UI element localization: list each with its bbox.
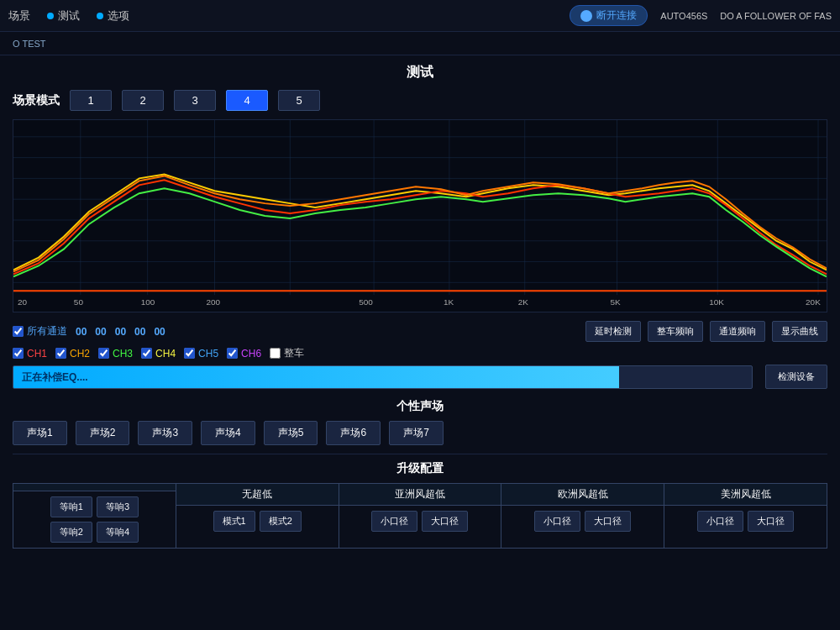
svg-rect-0 (13, 120, 827, 312)
asia-large-btn[interactable]: 大口径 (422, 511, 468, 532)
europe-large-btn[interactable]: 大口径 (585, 511, 631, 532)
america-small-btn[interactable]: 小口径 (697, 511, 743, 532)
sound-buttons: 声场1 声场2 声场3 声场4 声场5 声场6 声场7 (13, 421, 827, 445)
ch3-checkbox[interactable] (98, 348, 109, 359)
sub-nav: O TEST (0, 32, 840, 55)
eq-btn-4[interactable]: 等响4 (97, 522, 139, 543)
ch6-check[interactable]: CH6 (227, 348, 261, 360)
scene-mode-2[interactable]: 2 (122, 90, 164, 111)
sound-btn-4[interactable]: 声场4 (201, 421, 255, 445)
upgrade-col-europe-bass: 欧洲风超低 小口径 大口径 (501, 484, 664, 548)
whole-freq-btn[interactable]: 整车频响 (648, 321, 703, 342)
nav-test[interactable]: 测试 (47, 8, 80, 24)
ch1-check[interactable]: CH1 (13, 348, 47, 360)
sound-btn-6[interactable]: 声场6 (326, 421, 381, 445)
delay-detect-btn[interactable]: 延时检测 (585, 321, 641, 342)
upgrade-col-america-bass-btns: 小口径 大口径 (664, 506, 827, 537)
scene-mode-3[interactable]: 3 (174, 90, 216, 111)
chart-svg: 20 50 100 200 500 1K 2K 5K 10K 20K (13, 120, 827, 312)
detect-device-btn[interactable]: 检测设备 (765, 365, 827, 389)
nav-options[interactable]: 选项 (97, 8, 129, 24)
ch2-check[interactable]: CH2 (55, 348, 90, 360)
ch5-label: CH5 (198, 348, 218, 360)
sound-btn-7[interactable]: 声场7 (389, 421, 444, 445)
main-content: 测试 场景模式 1 2 3 4 5 (0, 55, 840, 557)
ch5-check[interactable]: CH5 (184, 348, 218, 360)
upgrade-col-asia-bass: 亚洲风超低 小口径 大口径 (339, 484, 502, 548)
svg-text:50: 50 (74, 297, 84, 307)
personality-section: 个性声场 声场1 声场2 声场3 声场4 声场5 声场6 声场7 (13, 399, 827, 445)
connect-icon (580, 10, 592, 22)
svg-text:500: 500 (359, 297, 373, 307)
ch3-check[interactable]: CH3 (98, 348, 133, 360)
progress-label: 正在补偿EQ.... (22, 370, 88, 384)
nav-test-label: 测试 (58, 8, 80, 24)
ch-freq-btn[interactable]: 通道频响 (710, 321, 765, 342)
main-title: 测试 (13, 64, 827, 81)
upgrade-section: 升级配置 等响1 等响3 等响2 等响4 (13, 454, 827, 549)
whole-check[interactable]: 整车 (270, 346, 304, 360)
ch6-checkbox[interactable] (227, 348, 238, 359)
ch1-checkbox[interactable] (13, 348, 24, 359)
mode-btn-1[interactable]: 模式1 (213, 511, 255, 532)
whole-checkbox[interactable] (270, 348, 281, 359)
ch5-checkbox[interactable] (184, 348, 195, 359)
channel-row-1: 所有通道 00 00 00 00 00 延时检测 整车频响 通道频响 显示曲线 (13, 321, 827, 342)
upgrade-col-america-bass-header: 美洲风超低 (664, 484, 827, 506)
svg-text:100: 100 (141, 297, 155, 307)
frequency-chart: 20 50 100 200 500 1K 2K 5K 10K 20K (13, 119, 827, 312)
nav-scene[interactable]: 场景 (8, 8, 30, 24)
upgrade-col-america-bass: 美洲风超低 小口径 大口径 (664, 484, 827, 548)
america-large-btn[interactable]: 大口径 (748, 511, 794, 532)
nav-options-label: 选项 (108, 8, 129, 24)
connect-button[interactable]: 断开连接 (570, 5, 648, 26)
ch4-checkbox[interactable] (141, 348, 152, 359)
nav-right: 断开连接 AUTO456S DO A FOLLOWER OF FAS (570, 5, 832, 26)
ch-val-5: 00 (154, 326, 165, 338)
scene-mode-4[interactable]: 4 (226, 90, 268, 111)
sub-nav-label: O TEST (13, 39, 46, 49)
nav-test-dot (47, 13, 54, 19)
svg-text:1K: 1K (444, 297, 454, 307)
asia-small-btn[interactable]: 小口径 (371, 511, 417, 532)
svg-text:2K: 2K (518, 297, 529, 307)
upgrade-col-europe-bass-btns: 小口径 大口径 (501, 506, 664, 537)
ch-all-check[interactable]: 所有通道 (13, 324, 67, 339)
ch-all-checkbox[interactable] (13, 326, 24, 337)
upgrade-col-eq-btns: 等响1 等响3 等响2 等响4 (13, 491, 176, 548)
nav-options-dot (97, 13, 103, 19)
eq-btn-1[interactable]: 等响1 (50, 496, 92, 517)
whole-label: 整车 (284, 346, 304, 360)
upgrade-col-asia-bass-header: 亚洲风超低 (339, 484, 501, 506)
svg-text:5K: 5K (611, 297, 622, 307)
channel-row-2: CH1 CH2 CH3 CH4 CH5 CH6 整车 (13, 346, 827, 360)
mode-btn-2[interactable]: 模式2 (260, 511, 302, 532)
progress-bar-fill (13, 366, 619, 388)
upgrade-col-europe-bass-header: 欧洲风超低 (501, 484, 664, 506)
upgrade-col-no-bass-header: 无超低 (176, 484, 339, 506)
upgrade-col-no-bass-btns: 模式1 模式2 (176, 506, 339, 537)
scene-mode-5[interactable]: 5 (278, 90, 320, 111)
upgrade-col-eq: 等响1 等响3 等响2 等响4 (13, 484, 176, 548)
ch4-label: CH4 (155, 348, 176, 360)
scene-mode-1[interactable]: 1 (70, 90, 112, 111)
sound-btn-5[interactable]: 声场5 (264, 421, 318, 445)
svg-text:20: 20 (18, 297, 28, 307)
user-id: AUTO456S (660, 11, 707, 21)
ch4-check[interactable]: CH4 (141, 348, 176, 360)
upgrade-col-no-bass: 无超低 模式1 模式2 (176, 484, 339, 548)
eq-btn-3[interactable]: 等响3 (97, 496, 139, 517)
show-curve-btn[interactable]: 显示曲线 (772, 321, 827, 342)
upgrade-col-eq-header (13, 484, 176, 491)
svg-text:10K: 10K (709, 297, 724, 307)
eq-btn-2[interactable]: 等响2 (50, 522, 92, 543)
sound-btn-3[interactable]: 声场3 (138, 421, 192, 445)
ch2-checkbox[interactable] (55, 348, 66, 359)
ch2-label: CH2 (70, 348, 90, 360)
connect-label: 断开连接 (596, 8, 637, 23)
ch-val-1: 00 (76, 326, 87, 338)
sound-btn-1[interactable]: 声场1 (13, 421, 67, 445)
sound-btn-2[interactable]: 声场2 (76, 421, 130, 445)
europe-small-btn[interactable]: 小口径 (534, 511, 580, 532)
nav-scene-label: 场景 (8, 8, 30, 24)
